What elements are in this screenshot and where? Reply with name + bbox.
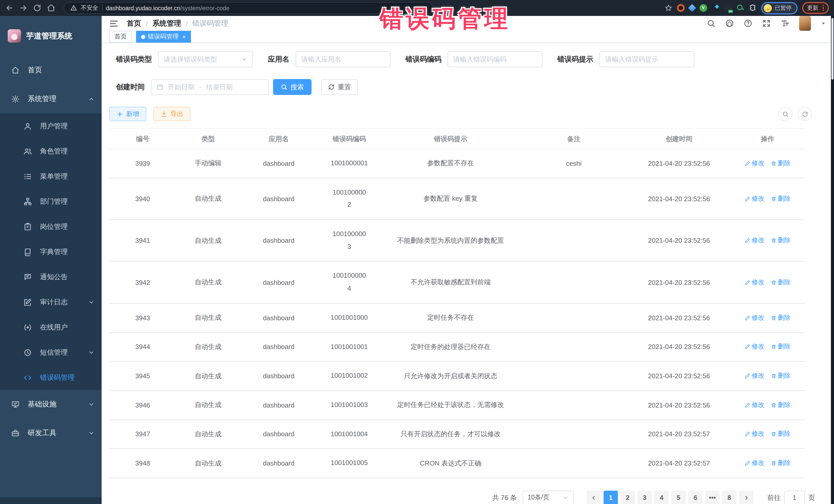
scrollbar-thumb[interactable] bbox=[831, 18, 833, 80]
edit-link[interactable]: 修改 bbox=[744, 343, 765, 351]
address-bar[interactable]: 不安全 dashboard.yudao.iocoder.cn/system/er… bbox=[64, 2, 433, 14]
browser-update-chip[interactable]: 更新 bbox=[802, 2, 829, 14]
error-tip-input[interactable]: 请输入错误码提示 bbox=[599, 51, 695, 67]
sidebar-item-online-users[interactable]: 在线用户 bbox=[0, 314, 102, 340]
sidebar-item-notice[interactable]: 通知公告 bbox=[0, 264, 102, 289]
extensions-puzzle-icon[interactable] bbox=[749, 4, 756, 12]
page-size-select[interactable]: 10条/页 bbox=[523, 491, 574, 504]
delete-link[interactable]: 删除 bbox=[771, 278, 791, 287]
toggle-search-button[interactable] bbox=[778, 107, 792, 121]
sidebar-item-sms-management[interactable]: 短信管理 bbox=[0, 340, 102, 365]
sidebar-item-dev-tools[interactable]: 研发工具 bbox=[0, 419, 102, 447]
delete-link[interactable]: 删除 bbox=[771, 372, 791, 380]
delete-link[interactable]: 删除 bbox=[771, 313, 791, 322]
app-logo[interactable]: 芋道管理系统 bbox=[0, 16, 102, 56]
tab-error-code[interactable]: 错误码管理 × bbox=[136, 31, 191, 43]
logo-image bbox=[8, 29, 21, 43]
col-type: 类型 bbox=[176, 129, 240, 149]
error-type-select[interactable]: 请选择错误码类型 bbox=[158, 51, 253, 67]
goto-page-input[interactable]: 1 bbox=[784, 491, 805, 504]
sidebar-item-user-management[interactable]: 用户管理 bbox=[0, 113, 102, 138]
add-button[interactable]: 新增 bbox=[109, 107, 146, 121]
fullscreen-icon[interactable] bbox=[762, 19, 771, 28]
delete-link[interactable]: 删除 bbox=[771, 159, 791, 168]
page-button-2[interactable]: 2 bbox=[620, 491, 635, 504]
sidebar-item-infrastructure[interactable]: 基础设施 bbox=[0, 390, 102, 419]
sidebar-item-dict-management[interactable]: 字典管理 bbox=[0, 239, 102, 264]
delete-link[interactable]: 删除 bbox=[771, 236, 791, 245]
edit-link[interactable]: 修改 bbox=[744, 278, 765, 287]
edit-link[interactable]: 修改 bbox=[744, 430, 765, 439]
page-button-8[interactable]: 8 bbox=[722, 491, 737, 504]
extension-orange-icon[interactable] bbox=[677, 4, 684, 12]
tab-home[interactable]: 首页 bbox=[109, 31, 132, 43]
export-button[interactable]: 导出 bbox=[153, 107, 191, 121]
edit-link[interactable]: 修改 bbox=[744, 195, 765, 203]
next-page-button[interactable] bbox=[739, 491, 753, 504]
sidebar-item-system-management[interactable]: 系统管理 bbox=[0, 85, 102, 113]
page-button-4[interactable]: 4 bbox=[654, 491, 669, 504]
delete-link[interactable]: 删除 bbox=[771, 195, 791, 203]
delete-link[interactable]: 删除 bbox=[771, 400, 791, 409]
sidebar-collapse-bar[interactable] bbox=[0, 497, 102, 504]
col-actions: 操作 bbox=[730, 129, 805, 149]
delete-link[interactable]: 删除 bbox=[771, 430, 791, 439]
col-remark: 备注 bbox=[520, 129, 628, 149]
sidebar-item-menu-management[interactable]: 菜单管理 bbox=[0, 164, 102, 189]
extension-vue-icon[interactable]: V bbox=[699, 4, 707, 12]
breadcrumb-home[interactable]: 首页 bbox=[127, 19, 141, 28]
browser-back-icon[interactable] bbox=[5, 4, 14, 12]
edit-link[interactable]: 修改 bbox=[744, 459, 765, 467]
hamburger-icon[interactable] bbox=[109, 19, 118, 28]
sidebar-item-post-management[interactable]: 岗位管理 bbox=[0, 214, 102, 239]
browser-forward-icon[interactable] bbox=[19, 4, 28, 12]
app-name-input[interactable]: 请输入应用名 bbox=[295, 51, 391, 67]
page-button-3[interactable]: 3 bbox=[637, 491, 652, 504]
extension-gem-icon[interactable] bbox=[688, 4, 696, 12]
filter-app-name: 应用名 请输入应用名 bbox=[268, 51, 391, 67]
delete-link[interactable]: 删除 bbox=[771, 343, 791, 351]
edit-link[interactable]: 修改 bbox=[744, 313, 765, 322]
edit-link[interactable]: 修改 bbox=[744, 236, 765, 245]
tab-close-icon[interactable]: × bbox=[182, 34, 186, 40]
sidebar-item-dept-management[interactable]: 部门管理 bbox=[0, 189, 102, 214]
reset-button[interactable]: 重置 bbox=[321, 79, 358, 95]
extension-on-badge-icon[interactable] bbox=[724, 4, 731, 12]
scrollbar[interactable] bbox=[831, 16, 834, 504]
page-ellipsis[interactable]: ••• bbox=[705, 491, 720, 504]
bookmark-star-icon[interactable] bbox=[664, 4, 672, 12]
github-icon[interactable] bbox=[725, 19, 734, 28]
avatar-caret-down-icon[interactable] bbox=[821, 21, 826, 26]
browser-reload-icon[interactable] bbox=[33, 4, 42, 12]
search-icon bbox=[281, 84, 287, 90]
help-question-icon[interactable] bbox=[744, 19, 752, 28]
refresh-table-button[interactable] bbox=[797, 107, 812, 121]
search-button[interactable]: 搜索 bbox=[273, 79, 311, 95]
sidebar-item-audit-log[interactable]: 审计日志 bbox=[0, 289, 102, 314]
extension-key-icon[interactable] bbox=[736, 4, 744, 12]
edit-link[interactable]: 修改 bbox=[744, 400, 765, 409]
prev-page-button[interactable] bbox=[587, 491, 601, 504]
col-tip: 错误码提示 bbox=[381, 129, 520, 149]
extension-grid-icon[interactable] bbox=[711, 4, 719, 12]
delete-link[interactable]: 删除 bbox=[771, 459, 791, 467]
user-avatar[interactable] bbox=[799, 16, 811, 31]
page-button-6[interactable]: 6 bbox=[688, 491, 703, 504]
table-row: 3941自动生成dashboard100100000 3不能删除类型为系统内置的… bbox=[109, 220, 805, 262]
font-size-icon[interactable] bbox=[781, 19, 789, 28]
page-button-1[interactable]: 1 bbox=[603, 491, 618, 504]
breadcrumb-system[interactable]: 系统管理 bbox=[152, 19, 181, 28]
edit-link[interactable]: 修改 bbox=[744, 159, 765, 168]
header-search-icon[interactable] bbox=[707, 19, 716, 28]
error-code-input[interactable]: 请输入错误码编码 bbox=[447, 51, 543, 67]
date-range-picker[interactable]: 开始日期 - 结束日期 bbox=[151, 79, 269, 95]
page-button-5[interactable]: 5 bbox=[671, 491, 686, 504]
profile-paused-chip[interactable]: 已暂停 bbox=[761, 2, 797, 14]
sidebar-item-home[interactable]: 首页 bbox=[0, 56, 102, 85]
browser-home-icon[interactable] bbox=[47, 4, 56, 12]
date-start-placeholder: 开始日期 bbox=[168, 82, 195, 92]
edit-link[interactable]: 修改 bbox=[744, 372, 765, 380]
sidebar-item-role-management[interactable]: 角色管理 bbox=[0, 138, 102, 164]
sidebar-item-error-code[interactable]: 错误码管理 bbox=[0, 365, 102, 390]
browser-menu-icon[interactable] bbox=[822, 5, 824, 11]
